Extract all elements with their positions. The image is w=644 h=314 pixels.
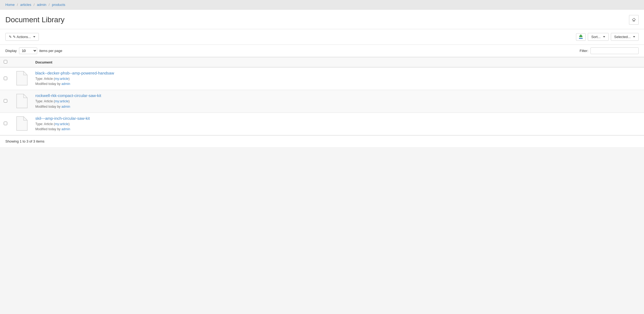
breadcrumb-sep-2: / <box>33 3 35 7</box>
doc-modified-by-link[interactable]: admin <box>61 105 70 109</box>
display-left: Display 10 25 50 100 items per page <box>5 47 62 54</box>
per-page-select[interactable]: 10 25 50 100 <box>19 47 37 54</box>
doc-name-link[interactable]: rockwell-rkk-compact-circular-saw-kit <box>35 93 641 98</box>
doc-meta: Type: Article (my:article) Modified toda… <box>35 122 641 132</box>
toolbar-right: Sort... Selected... <box>576 33 639 41</box>
filter-input[interactable] <box>590 47 639 54</box>
document-icon <box>15 94 28 109</box>
doc-name-link[interactable]: skil---amp-inch-circular-saw-kit <box>35 116 641 121</box>
doc-icon-cell <box>11 90 32 113</box>
sort-button[interactable]: Sort... <box>588 33 609 41</box>
doc-meta: Type: Article (my:article) Modified toda… <box>35 99 641 109</box>
pencil-icon: ✎ <box>9 35 12 39</box>
doc-type-link[interactable]: my:article <box>55 99 69 103</box>
doc-type-link[interactable]: my:article <box>55 122 69 126</box>
actions-button[interactable]: ✎ ✎ Actions... <box>5 33 39 41</box>
showing-text: Showing 1 to 3 of 3 items <box>0 135 644 147</box>
selected-label: Selected... <box>614 35 631 39</box>
sort-caret <box>603 36 605 38</box>
upload-button[interactable] <box>576 33 586 41</box>
table-row: rockwell-rkk-compact-circular-saw-kit Ty… <box>0 90 644 113</box>
doc-meta: Type: Article (my:article) Modified toda… <box>35 76 641 87</box>
document-icon <box>15 116 28 131</box>
document-table: Document black--decker-phsb--amp-powered… <box>0 57 644 135</box>
select-all-checkbox[interactable] <box>4 60 7 63</box>
filter-label: Filter: <box>580 49 589 53</box>
doc-type-link[interactable]: my:article <box>55 77 69 81</box>
display-label: Display <box>5 49 17 53</box>
page-title: Document Library <box>5 16 65 24</box>
items-per-page-label: items per page <box>39 49 62 53</box>
upload-icon <box>579 35 583 39</box>
table-row: black--decker-phsb--amp-powered-handsaw … <box>0 67 644 90</box>
breadcrumb: Home / articles / admin / products <box>0 0 644 10</box>
sort-label: Sort... <box>591 35 601 39</box>
content-area: Document black--decker-phsb--amp-powered… <box>0 57 644 152</box>
actions-label: ✎ Actions... <box>13 35 31 39</box>
doc-modified-by-link[interactable]: admin <box>61 127 70 131</box>
toolbar: ✎ ✎ Actions... Sort... Selected... <box>0 29 644 45</box>
header-checkbox-col <box>0 57 11 68</box>
actions-caret <box>33 36 35 38</box>
breadcrumb-articles[interactable]: articles <box>20 3 31 7</box>
page-header: Document Library <box>0 10 644 29</box>
breadcrumb-admin[interactable]: admin <box>37 3 46 7</box>
row-checkbox[interactable] <box>4 122 7 125</box>
document-icon <box>15 71 28 86</box>
header-icon-col <box>11 57 32 68</box>
doc-name-link[interactable]: black--decker-phsb--amp-powered-handsaw <box>35 71 641 75</box>
selected-caret <box>633 36 635 38</box>
doc-modified-by-link[interactable]: admin <box>61 82 70 86</box>
doc-icon-cell <box>11 113 32 135</box>
row-checkbox[interactable] <box>4 77 7 80</box>
pin-button[interactable] <box>629 15 639 25</box>
table-row: skil---amp-inch-circular-saw-kit Type: A… <box>0 113 644 135</box>
display-right: Filter: <box>580 47 639 54</box>
selected-button[interactable]: Selected... <box>611 33 639 41</box>
breadcrumb-sep-1: / <box>17 3 18 7</box>
doc-info-cell: black--decker-phsb--amp-powered-handsaw … <box>32 67 644 90</box>
table-header-row: Document <box>0 57 644 68</box>
doc-info-cell: rockwell-rkk-compact-circular-saw-kit Ty… <box>32 90 644 113</box>
display-bar: Display 10 25 50 100 items per page Filt… <box>0 45 644 57</box>
doc-icon-cell <box>11 67 32 90</box>
toolbar-left: ✎ ✎ Actions... <box>5 33 39 41</box>
breadcrumb-home[interactable]: Home <box>5 3 15 7</box>
breadcrumb-sep-3: / <box>49 3 50 7</box>
breadcrumb-products[interactable]: products <box>52 3 65 7</box>
row-checkbox[interactable] <box>4 99 7 103</box>
header-document-col: Document <box>32 57 644 68</box>
pin-icon <box>632 18 636 22</box>
doc-info-cell: skil---amp-inch-circular-saw-kit Type: A… <box>32 113 644 135</box>
